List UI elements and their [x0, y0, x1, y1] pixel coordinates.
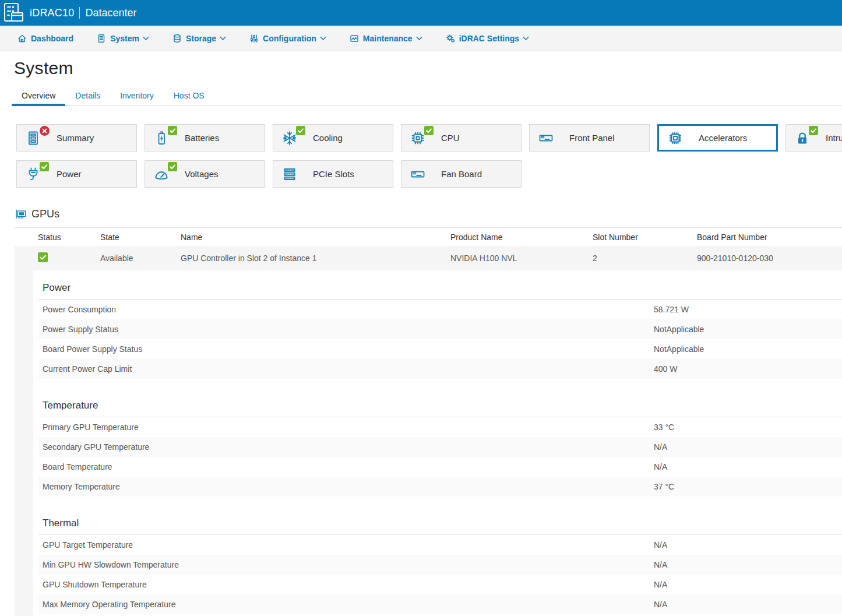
detail-row-primary-gpu-temperature: Primary GPU Temperature33 °C [38, 417, 842, 437]
detail-section-temperature: TemperaturePrimary GPU Temperature33 °CS… [38, 394, 842, 497]
settings-icon [446, 34, 455, 43]
nav-item-label: Maintenance [363, 34, 413, 43]
card-pcie-slots[interactable]: PCIe Slots [273, 160, 393, 188]
detail-value: N/A [654, 462, 837, 471]
nav-item-system[interactable]: System [97, 34, 149, 43]
health-cards: SummaryBatteriesCoolingCPUFront PanelAcc… [16, 124, 842, 188]
card-front-panel[interactable]: Front Panel [529, 124, 650, 152]
gpu-name: GPU Controller in Slot 2 of Instance 1 [181, 254, 450, 263]
nav-item-dashboard[interactable]: Dashboard [17, 34, 73, 43]
card-summary[interactable]: Summary [16, 124, 137, 152]
tab-details[interactable]: Details [65, 87, 110, 105]
detail-rows: GPU Target TemperatureN/AMin GPU HW Slow… [38, 535, 842, 616]
license-edition: Datacenter [85, 7, 136, 19]
card-label: PCIe Slots [313, 169, 354, 179]
expander-column-strip [15, 270, 33, 616]
card-accelerators[interactable]: Accelerators [657, 124, 778, 152]
nav-item-configuration[interactable]: Configuration [249, 34, 326, 43]
detail-row-max-memory-operating-temperature: Max Memory Operating TemperatureN/A [38, 594, 842, 614]
healthy-badge-icon [168, 126, 177, 135]
detail-row-secondary-gpu-temperature: Secondary GPU TemperatureN/A [38, 437, 842, 457]
detail-value: NotApplicable [654, 344, 837, 354]
card-voltages[interactable]: Voltages [145, 160, 265, 188]
healthy-badge-icon [296, 126, 305, 135]
gpus-section-title: GPUs [31, 208, 59, 220]
gpu-slot-number: 2 [593, 254, 697, 263]
health-cards-row-2: PowerVoltagesPCIe SlotsFan Board [16, 160, 842, 188]
card-power[interactable]: Power [16, 160, 137, 188]
card-label: Batteries [185, 133, 219, 143]
system-icon [97, 34, 106, 43]
detail-label: Memory Temperature [43, 482, 654, 491]
detail-row-gpu-shutdown-temperature: GPU Shutdown TemperatureN/A [38, 575, 842, 594]
healthy-badge-icon [424, 126, 434, 135]
healthy-badge-icon [809, 126, 818, 135]
gpu-state: Available [100, 254, 181, 263]
detail-value: N/A [654, 600, 837, 609]
app-title: iDRAC10 Datacenter [30, 7, 137, 19]
detail-row-current-power-cap-limit: Current Power Cap Limit400 W [38, 359, 842, 379]
detail-label: Board Power Supply Status [43, 344, 654, 354]
title-divider [79, 7, 80, 19]
system-tabs: OverviewDetailsInventoryHost OS [12, 87, 842, 106]
card-fan-board[interactable]: Fan Board [401, 160, 522, 188]
gpu-icon [14, 207, 27, 220]
health-cards-row-1: SummaryBatteriesCoolingCPUFront PanelAcc… [16, 124, 842, 152]
card-cpu[interactable]: CPU [401, 124, 522, 152]
configuration-icon [249, 34, 259, 43]
detail-section-thermal: ThermalGPU Target TemperatureN/AMin GPU … [38, 512, 842, 616]
card-label: CPU [441, 133, 460, 143]
pcie-icon [281, 166, 298, 182]
product-name: iDRAC10 [30, 7, 74, 19]
nav-item-storage[interactable]: Storage [172, 34, 226, 43]
detail-value: N/A [654, 540, 837, 550]
tab-overview[interactable]: Overview [12, 87, 65, 105]
detail-label: Secondary GPU Temperature [43, 442, 654, 452]
tab-host-os[interactable]: Host OS [164, 87, 214, 105]
page-title: System [14, 58, 842, 78]
healthy-badge-icon [168, 162, 177, 171]
nav-item-maintenance[interactable]: Maintenance [350, 34, 422, 43]
gpu-product-name: NVIDIA H100 NVL [450, 254, 593, 263]
column-header-state: State [100, 233, 181, 242]
detail-value: N/A [654, 580, 837, 589]
chevron-down-icon [320, 36, 326, 41]
gpu-table-row[interactable]: AvailableGPU Controller in Slot 2 of Ins… [15, 246, 842, 270]
card-label: Intrusion [826, 133, 842, 143]
detail-label: Max Memory Operating Temperature [43, 600, 654, 609]
chevron-down-icon [416, 36, 422, 41]
nav-item-idrac-settings[interactable]: iDRAC Settings [446, 34, 529, 43]
column-header-name: Name [181, 233, 450, 242]
detail-row-power-consumption: Power Consumption58.721 W [38, 300, 842, 319]
detail-section-title: Power [38, 276, 842, 300]
detail-value: 400 W [654, 364, 837, 374]
detail-row-board-temperature: Board TemperatureN/A [38, 457, 842, 477]
nav-item-label: Dashboard [31, 34, 73, 43]
card-label: Cooling [313, 133, 343, 143]
detail-value: N/A [654, 442, 837, 452]
top-bar: iDRAC10 Datacenter [0, 0, 842, 26]
chevron-down-icon [143, 36, 149, 41]
card-intrusion[interactable]: Intrusion [785, 124, 842, 152]
chevron-down-icon [523, 36, 529, 41]
accelerator-icon [667, 130, 684, 146]
detail-label: Board Temperature [43, 462, 654, 471]
detail-label: Power Supply Status [43, 325, 654, 334]
tab-inventory[interactable]: Inventory [110, 87, 164, 105]
gpus-table: StatusStateNameProduct NameSlot NumberBo… [15, 227, 842, 270]
detail-label: Min GPU HW Slowdown Temperature [43, 560, 654, 569]
detail-section-title: Temperature [38, 394, 842, 417]
detail-rows: Power Consumption58.721 WPower Supply St… [38, 300, 842, 379]
column-header-slot-number: Slot Number [593, 233, 697, 242]
detail-value: 33 °C [654, 423, 837, 432]
detail-value: NotApplicable [654, 325, 837, 334]
nav-item-label: Storage [186, 34, 216, 43]
card-batteries[interactable]: Batteries [145, 124, 265, 152]
column-header-product-name: Product Name [450, 233, 593, 242]
column-header-board-part-number: Board Part Number [697, 233, 842, 242]
detail-label: Power Consumption [43, 305, 654, 314]
chevron-down-icon [220, 36, 226, 41]
card-label: Accelerators [699, 133, 747, 143]
card-cooling[interactable]: Cooling [273, 124, 393, 152]
card-label: Front Panel [569, 133, 615, 143]
